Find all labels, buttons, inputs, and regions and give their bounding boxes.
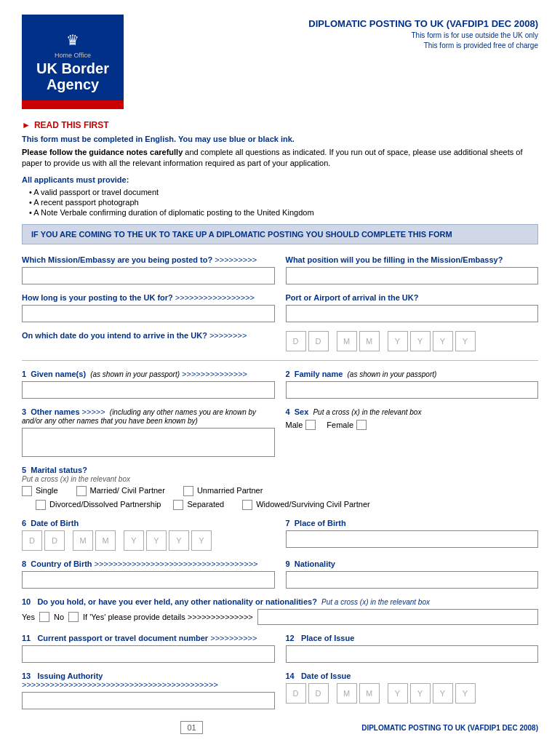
single-label: Single xyxy=(36,486,58,495)
marital-options: Single Married/ Civil Partner Unmarried … xyxy=(22,486,538,496)
widowed-checkbox[interactable] xyxy=(242,500,252,510)
home-office-text: Home Office xyxy=(55,52,91,59)
col-f11: 11 Current passport or travel document n… xyxy=(22,634,275,663)
f8-input[interactable] xyxy=(22,571,275,589)
q1-input[interactable] xyxy=(22,267,275,284)
dob-year1[interactable]: Y xyxy=(124,530,144,551)
year3-box[interactable]: Y xyxy=(433,331,453,351)
bullet-2: A recent passport photograph xyxy=(29,198,538,207)
married-checkbox[interactable] xyxy=(76,486,87,496)
month2-box[interactable]: M xyxy=(359,331,380,351)
row-f6-f7: 6 Date of Birth D D M M Y Y Y Y 7 Place … xyxy=(22,519,538,551)
unmarried-checkbox[interactable] xyxy=(183,486,193,496)
f11-label: 11 Current passport or travel document n… xyxy=(22,634,275,642)
read-first-section: ► READ THIS FIRST This form must be comp… xyxy=(22,120,538,217)
f13-label: 13 Issuing Authority >>>>>>>>>>>>>>>>>>>… xyxy=(22,672,275,689)
f7-label: 7 Place of Birth xyxy=(286,519,539,527)
unmarried-label: Unmarried Partner xyxy=(197,486,263,495)
logo: ♛ Home Office UK Border Agency xyxy=(22,15,124,109)
iss-year2[interactable]: Y xyxy=(410,683,431,704)
q3-input[interactable] xyxy=(22,305,275,322)
all-applicants-label: All applicants must provide: xyxy=(22,175,538,184)
header: ♛ Home Office UK Border Agency DIPLOMATI… xyxy=(22,15,538,109)
form-sub2: This form is provided free of charge xyxy=(308,41,538,49)
row-f11-f12: 11 Current passport or travel document n… xyxy=(22,634,538,663)
f10-no-checkbox[interactable] xyxy=(68,612,79,622)
widowed-label: Widowed/Surviving Civil Partner xyxy=(256,500,370,509)
year2-box[interactable]: Y xyxy=(410,331,431,351)
q1-label: Which Mission/Embassy are you being post… xyxy=(22,255,275,264)
bullet-1: A valid passport or travel document xyxy=(29,188,538,196)
f1-label: 1 Given name(s) (as shown in your passpo… xyxy=(22,370,275,378)
dob-month2[interactable]: M xyxy=(95,530,116,551)
f12-label: 12 Place of Issue xyxy=(286,634,539,642)
row-f13-f14: 13 Issuing Authority >>>>>>>>>>>>>>>>>>>… xyxy=(22,672,538,709)
f11-input[interactable] xyxy=(22,645,275,663)
single-checkbox[interactable] xyxy=(22,486,32,496)
female-checkbox[interactable] xyxy=(356,420,367,430)
iss-month2[interactable]: M xyxy=(359,683,380,704)
row-q5: On which date do you intend to arrive in… xyxy=(22,331,538,351)
dob-year2[interactable]: Y xyxy=(146,530,167,551)
col-f3: 3 Other names >>>>> (including any other… xyxy=(22,407,275,457)
f10-input[interactable] xyxy=(257,609,538,625)
f9-input[interactable] xyxy=(286,571,539,589)
col-f14: 14 Date of Issue D D M M Y Y Y Y xyxy=(286,672,539,709)
footer-text: DIPLOMATIC POSTING TO UK (VAFDIP1 DEC 20… xyxy=(361,724,538,732)
f3-label: 3 Other names >>>>> (including any other… xyxy=(22,407,275,425)
dob-year3[interactable]: Y xyxy=(169,530,189,551)
f6-label: 6 Date of Birth xyxy=(22,519,275,527)
q4-input[interactable] xyxy=(286,305,539,322)
col-q2: What position will you be filling in the… xyxy=(286,255,539,284)
q2-input[interactable] xyxy=(286,267,539,284)
year4-box[interactable]: Y xyxy=(455,331,476,351)
month1-box[interactable]: M xyxy=(337,331,357,351)
iss-day1[interactable]: D xyxy=(286,683,306,704)
play-icon: ► xyxy=(22,120,31,130)
married-label: Married/ Civil Partner xyxy=(90,486,165,495)
agency-text: Agency xyxy=(47,76,99,93)
f10-no-label: No xyxy=(54,613,64,621)
f13-input[interactable] xyxy=(22,692,275,709)
dob-day1[interactable]: D xyxy=(22,530,42,551)
f7-input[interactable] xyxy=(286,530,539,548)
f9-label: 9 Nationality xyxy=(286,559,539,568)
col-f9: 9 Nationality xyxy=(286,559,539,589)
line2-bold: Please follow the guidance notes careful… xyxy=(22,148,183,156)
male-checkbox[interactable] xyxy=(305,420,316,430)
separated-checkbox[interactable] xyxy=(173,500,183,510)
f1-input[interactable] xyxy=(22,381,275,399)
dob-day2[interactable]: D xyxy=(44,530,65,551)
f3-input[interactable] xyxy=(22,428,275,457)
dob-year4[interactable]: Y xyxy=(191,530,212,551)
iss-year1[interactable]: Y xyxy=(388,683,408,704)
f2-input[interactable] xyxy=(286,381,539,399)
q2-label: What position will you be filling in the… xyxy=(286,255,539,264)
col-q5-label: On which date do you intend to arrive in… xyxy=(22,331,275,351)
col-f12: 12 Place of Issue xyxy=(286,634,539,663)
row-f5: 5 Marital status? Put a cross (x) in the… xyxy=(22,466,538,510)
row-q3-q4: How long is your posting to the UK for? … xyxy=(22,293,538,322)
divorced-checkbox[interactable] xyxy=(36,500,46,510)
dob-month1[interactable]: M xyxy=(73,530,93,551)
arrival-date-row: D D M M Y Y Y Y xyxy=(286,331,539,351)
bullet-3: A Note Verbale confirming duration of di… xyxy=(29,208,538,217)
year1-box[interactable]: Y xyxy=(388,331,408,351)
iss-month1[interactable]: M xyxy=(337,683,357,704)
iss-year3[interactable]: Y xyxy=(433,683,453,704)
f12-input[interactable] xyxy=(286,645,539,663)
iss-day2[interactable]: D xyxy=(308,683,329,704)
female-option: Female xyxy=(327,420,367,430)
row-f10: 10 Do you hold, or have you ever held, a… xyxy=(22,597,538,625)
row-f8-f9: 8 Country of Birth >>>>>>>>>>>>>>>>>>>>>… xyxy=(22,559,538,589)
footer: 01 DIPLOMATIC POSTING TO UK (VAFDIP1 DEC… xyxy=(22,721,538,734)
day1-box[interactable]: D xyxy=(286,331,306,351)
col-q3: How long is your posting to the UK for? … xyxy=(22,293,275,322)
col-f4: 4 Sex Put a cross (x) in the relevant bo… xyxy=(286,407,539,457)
iss-year4[interactable]: Y xyxy=(455,683,476,704)
f10-yes-checkbox[interactable] xyxy=(39,612,49,622)
day2-box[interactable]: D xyxy=(308,331,329,351)
red-bar xyxy=(22,100,124,109)
line1-text: This form must be completed in English. … xyxy=(22,135,538,143)
col-f1: 1 Given name(s) (as shown in your passpo… xyxy=(22,370,275,399)
